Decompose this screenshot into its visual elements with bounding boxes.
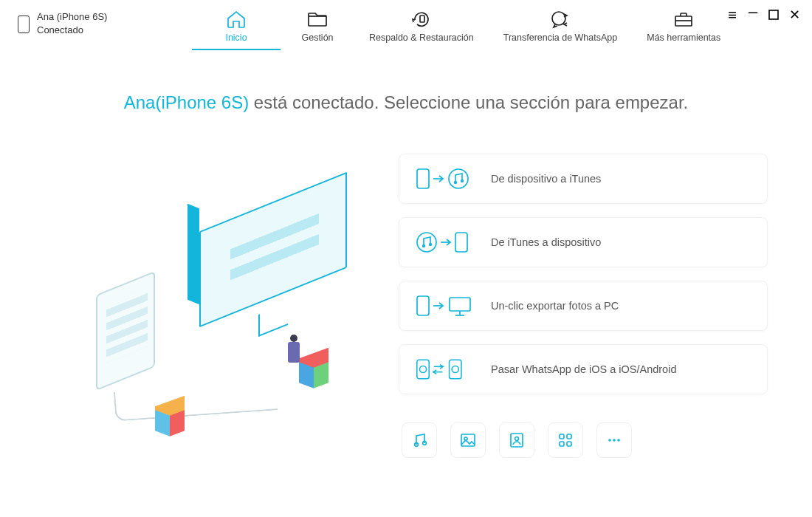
quick-photos-button[interactable] xyxy=(450,422,486,458)
svg-rect-0 xyxy=(420,16,424,22)
close-button[interactable]: ✕ xyxy=(787,7,802,22)
connected-device-pill[interactable]: Ana (iPhone 6S) Conectado xyxy=(10,0,173,36)
svg-point-7 xyxy=(461,179,464,182)
folder-icon xyxy=(306,9,328,30)
illustration-cable xyxy=(114,380,278,421)
nav-tools-label: Más herramientas xyxy=(647,32,720,43)
home-icon xyxy=(226,9,247,30)
quick-contacts-button[interactable] xyxy=(499,422,534,458)
svg-point-17 xyxy=(452,366,458,372)
svg-rect-4 xyxy=(417,169,429,188)
top-nav: Inicio Gestión Respaldo & Restauración T… xyxy=(192,0,735,50)
hero-heading: Ana(iPhone 6S) está conectado. Seleccion… xyxy=(0,92,812,113)
whatsapp-transfer-card-icon xyxy=(416,357,476,382)
card-label: De iTunes a dispositivo xyxy=(491,236,601,248)
window-controls: ≡ – ✕ xyxy=(725,7,802,22)
toolbox-icon xyxy=(673,9,694,30)
svg-rect-16 xyxy=(450,360,461,379)
quick-more-button[interactable] xyxy=(596,422,632,458)
illustration-phone xyxy=(96,271,155,391)
quick-apps-button[interactable] xyxy=(548,422,583,458)
svg-rect-27 xyxy=(567,442,571,446)
quick-actions xyxy=(399,422,768,458)
card-export-photos[interactable]: Un-clic exportar fotos a PC xyxy=(399,281,768,331)
svg-point-5 xyxy=(449,169,468,188)
svg-point-29 xyxy=(613,439,616,442)
svg-rect-20 xyxy=(461,434,475,446)
menu-icon[interactable]: ≡ xyxy=(725,7,740,22)
maximize-button[interactable] xyxy=(766,7,781,22)
card-whatsapp-transfer[interactable]: Pasar WhatsApp de iOS a iOS/Android xyxy=(399,344,768,394)
illustration-monitor xyxy=(199,202,347,327)
card-label: De dispositivo a iTunes xyxy=(491,173,601,185)
card-label: Un-clic exportar fotos a PC xyxy=(491,300,619,312)
topbar: Ana (iPhone 6S) Conectado Inicio Gestión… xyxy=(0,0,812,55)
nav-backup-label: Respaldo & Restauración xyxy=(369,32,474,43)
device-to-itunes-icon xyxy=(416,166,476,191)
nav-manage[interactable]: Gestión xyxy=(281,0,354,50)
illustration-cubes xyxy=(299,353,328,383)
nav-backup[interactable]: Respaldo & Restauración xyxy=(354,0,489,50)
svg-rect-14 xyxy=(417,360,429,379)
svg-point-6 xyxy=(454,181,457,184)
svg-point-28 xyxy=(608,439,611,442)
nav-whatsapp-label: Transferencia de WhatsApp xyxy=(503,32,617,43)
whatsapp-transfer-icon xyxy=(549,9,571,30)
nav-home[interactable]: Inicio xyxy=(192,0,281,50)
svg-point-9 xyxy=(422,244,425,247)
svg-rect-11 xyxy=(455,233,467,252)
device-name: Ana (iPhone 6S) xyxy=(37,10,107,24)
svg-rect-24 xyxy=(560,434,564,439)
svg-point-8 xyxy=(417,233,436,252)
svg-point-23 xyxy=(515,437,519,441)
action-cards: De dispositivo a iTunes De iTunes a disp… xyxy=(399,143,768,458)
minimize-button[interactable]: – xyxy=(746,4,760,19)
svg-rect-13 xyxy=(450,298,470,311)
device-status: Conectado xyxy=(37,24,107,37)
illustration xyxy=(44,143,376,438)
card-label: Pasar WhatsApp de iOS a iOS/Android xyxy=(491,363,676,375)
svg-rect-12 xyxy=(417,296,429,315)
illustration-cubes xyxy=(155,401,185,431)
hero-suffix: está conectado. Seleccione una sección p… xyxy=(249,92,688,112)
photos-to-pc-icon xyxy=(416,293,476,318)
nav-whatsapp[interactable]: Transferencia de WhatsApp xyxy=(489,0,632,50)
nav-manage-label: Gestión xyxy=(301,32,333,43)
backup-icon xyxy=(411,9,432,30)
svg-point-30 xyxy=(617,439,620,442)
nav-tools[interactable]: Más herramientas xyxy=(632,0,735,50)
hero-device: Ana(iPhone 6S) xyxy=(124,92,249,112)
phone-icon xyxy=(18,16,30,33)
nav-home-label: Inicio xyxy=(225,32,247,43)
card-device-to-itunes[interactable]: De dispositivo a iTunes xyxy=(399,154,768,204)
svg-point-15 xyxy=(419,366,426,372)
itunes-to-device-icon xyxy=(416,230,476,255)
quick-music-button[interactable] xyxy=(402,422,437,458)
svg-point-1 xyxy=(552,12,565,25)
svg-point-10 xyxy=(429,243,432,246)
card-itunes-to-device[interactable]: De iTunes a dispositivo xyxy=(399,217,768,267)
svg-rect-26 xyxy=(560,442,564,446)
svg-rect-3 xyxy=(769,10,778,19)
main-area: De dispositivo a iTunes De iTunes a disp… xyxy=(0,113,812,458)
illustration-person xyxy=(288,335,300,367)
svg-rect-25 xyxy=(567,434,571,439)
device-text: Ana (iPhone 6S) Conectado xyxy=(37,10,107,36)
